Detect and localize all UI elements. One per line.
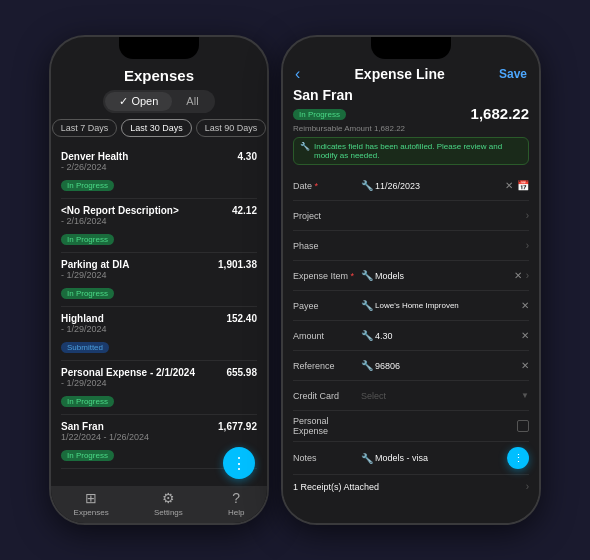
filter-7days[interactable]: Last 7 Days	[52, 119, 118, 137]
el-status-badge: In Progress	[293, 109, 346, 120]
expense-date: - 1/29/2024	[61, 378, 257, 388]
phones-container: Expenses ✓ Open All Last 7 Days Last 30 …	[39, 25, 551, 535]
clear-item-button[interactable]: ✕	[514, 270, 522, 281]
right-screen: ‹ Expense Line Save San Fran In Progress…	[283, 59, 539, 523]
expense-date: - 1/29/2024	[61, 270, 257, 280]
el-amount: 1,682.22	[471, 105, 529, 122]
receipt-row[interactable]: 1 Receipt(s) Attached ›	[293, 475, 529, 498]
expense-amount: 655.98	[226, 367, 257, 378]
form-row-project[interactable]: Project ›	[293, 201, 529, 231]
project-chevron-icon: ›	[526, 210, 529, 221]
form-row-credit-card[interactable]: Credit Card Select ▼	[293, 381, 529, 411]
list-item[interactable]: Denver Health 4.30 - 2/26/2024 In Progre…	[61, 145, 257, 199]
item-chevron-icon: ›	[526, 270, 529, 281]
notes-fab-button[interactable]: ⋮	[507, 447, 529, 469]
clear-amount-button[interactable]: ✕	[521, 330, 529, 341]
left-screen: Expenses ✓ Open All Last 7 Days Last 30 …	[51, 59, 267, 523]
form-row-payee: Payee 🔧 Lowe's Home Improven ✕	[293, 291, 529, 321]
receipt-chevron-icon: ›	[526, 481, 529, 492]
el-reimbursable: Reimbursable Amount 1,682.22	[293, 124, 529, 133]
nav-item-settings[interactable]: ⚙ Settings	[154, 490, 183, 517]
expenses-icon: ⊞	[85, 490, 97, 506]
form-row-reference: Reference 🔧 96806 ✕	[293, 351, 529, 381]
value-expense-item[interactable]: Models	[375, 271, 510, 281]
nav-item-help[interactable]: ? Help	[228, 490, 244, 517]
nav-item-expenses[interactable]: ⊞ Expenses	[74, 490, 109, 517]
form-row-date: Date * 🔧 11/26/2023 ✕ 📅	[293, 171, 529, 201]
notch-right	[371, 37, 451, 59]
list-item[interactable]: Highland 152.40 - 1/29/2024 Submitted	[61, 307, 257, 361]
form-row-expense-item: Expense Item * 🔧 Models ✕ ›	[293, 261, 529, 291]
notch-left	[119, 37, 199, 59]
toggle-buttons: ✓ Open All	[51, 90, 267, 113]
el-expense-name: San Fran	[293, 87, 529, 103]
save-button[interactable]: Save	[499, 67, 527, 81]
autofill-item-icon: 🔧	[361, 270, 373, 281]
label-expense-item: Expense Item *	[293, 271, 361, 281]
autofill-text: Indicates field has been autofilled. Ple…	[314, 142, 522, 160]
value-reference[interactable]: 96806	[375, 361, 517, 371]
autofill-notes-icon: 🔧	[361, 453, 373, 464]
toggle-all[interactable]: All	[172, 92, 212, 111]
value-notes[interactable]: Models - visa	[375, 453, 503, 463]
filter-30days[interactable]: Last 30 Days	[121, 119, 192, 137]
clear-reference-button[interactable]: ✕	[521, 360, 529, 371]
expense-amount: 1,901.38	[218, 259, 257, 270]
expense-date: 1/22/2024 - 1/26/2024	[61, 432, 257, 442]
nav-label-settings: Settings	[154, 508, 183, 517]
calendar-icon[interactable]: 📅	[517, 180, 529, 191]
form-row-notes: Notes 🔧 Models - visa ⋮	[293, 442, 529, 475]
expense-line-content: San Fran In Progress 1,682.22 Reimbursab…	[283, 87, 539, 523]
toggle-open[interactable]: ✓ Open	[105, 92, 172, 111]
left-screen-title: Expenses	[51, 59, 267, 90]
left-phone: Expenses ✓ Open All Last 7 Days Last 30 …	[49, 35, 269, 525]
credit-card-dropdown-icon: ▼	[521, 391, 529, 400]
nav-label-help: Help	[228, 508, 244, 517]
expense-name: Personal Expense - 2/1/2024	[61, 367, 222, 378]
filter-90days[interactable]: Last 90 Days	[196, 119, 267, 137]
back-button[interactable]: ‹	[295, 65, 300, 83]
autofill-amount-icon: 🔧	[361, 330, 373, 341]
label-payee: Payee	[293, 301, 361, 311]
personal-expense-checkbox[interactable]	[517, 420, 529, 432]
status-badge: Submitted	[61, 342, 109, 353]
clear-date-button[interactable]: ✕	[505, 180, 513, 191]
nav-label-expenses: Expenses	[74, 508, 109, 517]
expense-amount: 152.40	[226, 313, 257, 324]
expense-amount: 4.30	[238, 151, 257, 162]
expense-list: Denver Health 4.30 - 2/26/2024 In Progre…	[51, 145, 267, 486]
autofill-reference-icon: 🔧	[361, 360, 373, 371]
el-header: San Fran In Progress 1,682.22 Reimbursab…	[293, 87, 529, 133]
list-item[interactable]: Personal Expense - 2/1/2024 655.98 - 1/2…	[61, 361, 257, 415]
expense-name: Highland	[61, 313, 222, 324]
form-row-amount: Amount 🔧 4.30 ✕	[293, 321, 529, 351]
list-item[interactable]: <No Report Description> 42.12 - 2/16/202…	[61, 199, 257, 253]
phase-chevron-icon: ›	[526, 240, 529, 251]
fab-button[interactable]: ⋮	[223, 447, 255, 479]
toggle-group: ✓ Open All	[103, 90, 214, 113]
expense-amount: 1,677.92	[218, 421, 257, 432]
label-reference: Reference	[293, 361, 361, 371]
clear-payee-button[interactable]: ✕	[521, 300, 529, 311]
filter-row: Last 7 Days Last 30 Days Last 90 Days	[51, 119, 267, 137]
list-item[interactable]: Parking at DIA 1,901.38 - 1/29/2024 In P…	[61, 253, 257, 307]
form-row-phase[interactable]: Phase ›	[293, 231, 529, 261]
right-phone: ‹ Expense Line Save San Fran In Progress…	[281, 35, 541, 525]
expense-name: Denver Health	[61, 151, 234, 162]
bottom-nav: ⊞ Expenses ⚙ Settings ? Help	[51, 486, 267, 523]
label-credit-card: Credit Card	[293, 391, 361, 401]
expense-name: <No Report Description>	[61, 205, 228, 216]
label-phase: Phase	[293, 241, 361, 251]
autofill-date-icon: 🔧	[361, 180, 373, 191]
expense-amount: 42.12	[232, 205, 257, 216]
value-credit-card: Select	[361, 391, 517, 401]
receipt-label: 1 Receipt(s) Attached	[293, 482, 379, 492]
right-screen-header: ‹ Expense Line Save	[283, 59, 539, 87]
value-payee[interactable]: Lowe's Home Improven	[375, 301, 517, 310]
settings-icon: ⚙	[162, 490, 175, 506]
expense-date: - 2/16/2024	[61, 216, 257, 226]
value-date[interactable]: 11/26/2023	[375, 181, 501, 191]
autofill-payee-icon: 🔧	[361, 300, 373, 311]
value-amount[interactable]: 4.30	[375, 331, 517, 341]
status-badge: In Progress	[61, 396, 114, 407]
